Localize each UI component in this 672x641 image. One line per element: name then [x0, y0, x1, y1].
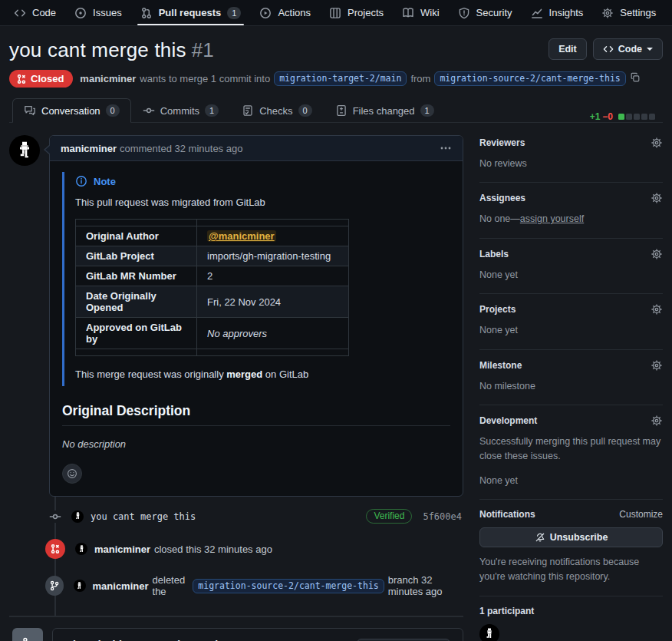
tab-count: 0 [298, 104, 312, 117]
diff-block [626, 114, 632, 120]
add-reaction-button[interactable] [62, 464, 82, 484]
merge-status-card: Closed with unmerged commits This pull r… [52, 628, 463, 641]
nav-label: Projects [348, 7, 384, 18]
gear-icon[interactable] [651, 137, 663, 149]
gear-icon[interactable] [651, 248, 663, 260]
page-title: you cant merge this#1 [9, 38, 214, 62]
pr-sidebar: Reviewers No reviews Assignees No one—as… [479, 135, 663, 641]
pr-author[interactable]: manicminer [80, 73, 136, 84]
edit-button[interactable]: Edit [548, 38, 587, 60]
commit-sha-link[interactable]: 5f600e4 [423, 511, 462, 522]
section-label[interactable]: Projects [479, 304, 516, 315]
event-detail: deleted the [153, 574, 189, 597]
customize-link[interactable]: Customize [619, 509, 663, 520]
gear-icon[interactable] [651, 415, 663, 427]
assign-yourself-link[interactable]: assign yourself [520, 213, 584, 224]
participants-label: 1 participant [479, 606, 663, 616]
comment-box: manicminer commented 32 minutes ago Note [49, 135, 463, 497]
copy-branch-button[interactable] [630, 72, 641, 85]
commit-icon [143, 104, 155, 117]
code-dropdown-button[interactable]: Code [593, 38, 663, 60]
sidebar-section-reviewers: Reviewers No reviews [479, 137, 663, 183]
sidebar-section-development: Development Successfully merging this pu… [479, 405, 663, 500]
actions-icon [259, 7, 272, 19]
note-title-row: Note [75, 175, 450, 187]
comment-body: Note This pull request was migrated from… [50, 161, 463, 496]
avatar[interactable] [75, 543, 87, 555]
pull-request-closed-icon [45, 539, 65, 559]
tab-checks[interactable]: Checks 0 [230, 98, 323, 123]
nav-item-pull-requests[interactable]: Pull requests 1 [133, 0, 249, 25]
nav-item-security[interactable]: Security [450, 0, 520, 25]
avatar[interactable] [74, 580, 86, 592]
target-branch-label[interactable]: migration-target-2/main [274, 71, 407, 86]
note-callout: Note This pull request was migrated from… [62, 172, 450, 386]
section-label[interactable]: Labels [479, 249, 509, 259]
section-label[interactable]: Assignees [479, 193, 525, 203]
table-row: Original Author @manicminer [76, 226, 349, 246]
kebab-menu-button[interactable] [440, 142, 452, 154]
section-value: No reviews [479, 157, 663, 171]
smiley-icon [67, 468, 77, 479]
notifications-desc: You're receiving notifications because y… [479, 555, 663, 585]
tab-files-changed[interactable]: Files changed 1 [324, 98, 446, 123]
shield-icon [458, 7, 470, 19]
note-intro: This pull request was migrated from GitL… [75, 197, 450, 208]
section-label[interactable]: Development [479, 415, 537, 426]
diffstat: +1 −0 [590, 111, 660, 122]
graph-icon [531, 7, 543, 19]
gear-icon[interactable] [651, 192, 663, 204]
diff-block [641, 114, 647, 120]
participant-avatar[interactable] [479, 624, 499, 641]
merged-status-line: This merge request was originally merged… [75, 368, 450, 380]
avatar[interactable] [9, 135, 40, 166]
tab-count: 1 [205, 104, 219, 117]
issue-icon [74, 7, 87, 19]
nav-label: Pull requests [159, 7, 222, 18]
nav-item-insights[interactable]: Insights [523, 0, 591, 25]
user-mention-link[interactable]: @manicminer [207, 230, 276, 242]
info-icon [75, 175, 87, 187]
verified-badge[interactable]: Verified [366, 509, 412, 524]
table-key: Approved on GitLab by [76, 318, 197, 349]
section-label[interactable]: Reviewers [479, 137, 525, 148]
event-author[interactable]: manicminer [94, 544, 150, 555]
nav-item-wiki[interactable]: Wiki [394, 0, 447, 25]
status-badge: Closed [9, 70, 73, 88]
table-key: GitLab Project [76, 246, 197, 266]
sidebar-section-projects: Projects None yet [479, 294, 663, 349]
deleted-branch-label[interactable]: migration-source-2/cant-merge-this [193, 579, 384, 593]
comment-discussion-icon [24, 104, 36, 117]
closed-event: manicminer closed this 32 minutes ago [9, 531, 463, 567]
gear-icon[interactable] [651, 303, 663, 316]
gear-icon[interactable] [651, 359, 663, 372]
tab-commits[interactable]: Commits 1 [131, 98, 230, 123]
table-key: GitLab MR Number [76, 266, 197, 286]
code-icon [603, 44, 614, 55]
nav-label: Security [476, 7, 512, 18]
pr-title-row: you cant merge this#1 Edit Code [9, 38, 663, 62]
nav-item-settings[interactable]: Settings [594, 0, 664, 25]
pr-tabbar: Conversation 0 Commits 1 Checks 0 Files … [9, 98, 663, 123]
table-footer-cell [197, 349, 349, 356]
nav-label: Wiki [420, 7, 440, 18]
commit-message-link[interactable]: you cant merge this [91, 511, 196, 522]
sidebar-section-participants: 1 participant [479, 596, 663, 641]
event-author[interactable]: manicminer [93, 580, 149, 592]
development-desc: Successfully merging this pull request m… [479, 434, 663, 464]
unsubscribe-button[interactable]: Unsubscribe [479, 527, 663, 547]
nav-item-actions[interactable]: Actions [252, 0, 318, 25]
nav-item-projects[interactable]: Projects [321, 0, 391, 25]
section-label[interactable]: Milestone [479, 360, 522, 371]
tab-conversation[interactable]: Conversation 0 [12, 98, 131, 123]
table-row: GitLab MR Number 2 [76, 266, 349, 286]
source-branch-label[interactable]: migration-source-2/cant-merge-this [434, 71, 625, 86]
nav-item-issues[interactable]: Issues [67, 0, 130, 25]
table-key: Original Author [76, 226, 197, 246]
comment-author[interactable]: manicminer [61, 143, 117, 154]
nav-item-code[interactable]: Code [6, 0, 64, 25]
table-footer-cell [76, 349, 197, 356]
sidebar-section-notifications: Notifications Customize Unsubscribe You'… [479, 500, 663, 596]
diff-removed: −0 [602, 111, 613, 122]
avatar[interactable] [71, 510, 84, 523]
